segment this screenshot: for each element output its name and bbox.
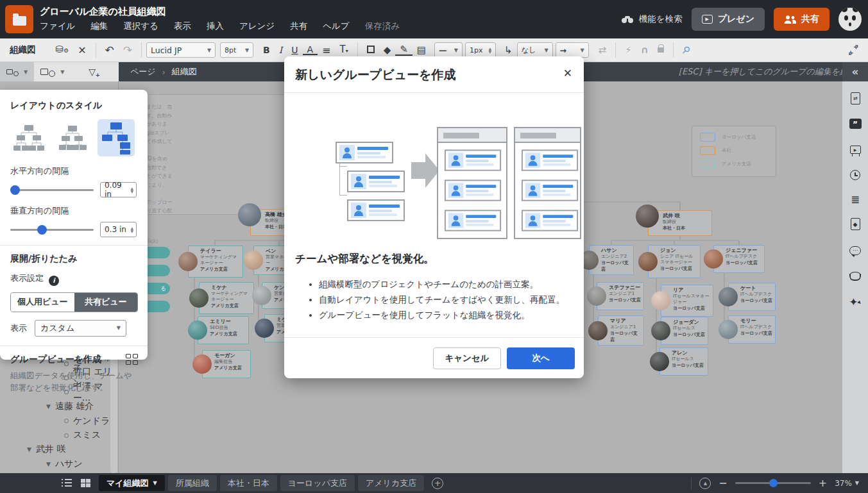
- tab-アメリカ支店[interactable]: アメリカ支店: [358, 475, 424, 491]
- present-button[interactable]: ▶ プレゼン: [692, 8, 765, 31]
- tree-item[interactable]: スミス: [64, 428, 101, 442]
- zoom-out-icon[interactable]: −: [719, 477, 727, 489]
- employee-card[interactable]: マリアエンジニア1ヨーロッパ支店: [598, 315, 644, 346]
- magnet-icon[interactable]: ∩: [636, 38, 653, 62]
- page-grid-icon[interactable]: [81, 479, 91, 487]
- tab-my-org-chart[interactable]: マイ組織図▼: [99, 475, 165, 491]
- swap-icon[interactable]: ⇄: [594, 38, 611, 62]
- filter-add-icon[interactable]: ▽+: [89, 67, 96, 77]
- h-spacing-value[interactable]: 0.09 in▲▼: [100, 182, 137, 197]
- tree-item[interactable]: ▼ハサン: [46, 457, 83, 471]
- line-style-select[interactable]: —▼: [434, 42, 463, 58]
- employee-card[interactable]: ハサンエンジニア2ヨーロッパ支店: [589, 245, 634, 275]
- v-spacing-slider[interactable]: [10, 229, 94, 231]
- employee-card[interactable]: モーガン編集担当アメリカ支店: [202, 350, 251, 378]
- employee-card[interactable]: ステファニーエンジニア1ヨーロッパ支店: [597, 282, 644, 310]
- employee-card[interactable]: アレンITセールスヨーロッパ支店: [660, 347, 708, 376]
- text-color-button[interactable]: A: [303, 45, 318, 55]
- zoom-slider[interactable]: [735, 482, 811, 484]
- employee-card[interactable]: ケートITヘルプデスクヨーロッパ支店: [728, 283, 776, 311]
- menu-編集[interactable]: 編集: [90, 21, 108, 32]
- tree-item[interactable]: ▼武井 咲: [27, 442, 65, 456]
- display-select[interactable]: カスタム▼: [35, 320, 126, 337]
- magic-wand-icon[interactable]: ✦▸: [842, 290, 868, 313]
- user-avatar[interactable]: [838, 8, 862, 31]
- close-context-icon[interactable]: ✕: [73, 38, 90, 62]
- quote-badge-icon[interactable]: ”: [842, 112, 868, 135]
- employee-card[interactable]: ジョンシニア ITセールスマネージャーヨーロッパ支店: [648, 245, 701, 278]
- employee-card[interactable]: テイラーマーケティングマネージャーアメリカ支店: [188, 246, 243, 278]
- locate-icon[interactable]: ▲: [699, 478, 711, 489]
- layout-style-tree[interactable]: [10, 119, 47, 156]
- leaf-dot-icon[interactable]: [64, 419, 69, 423]
- v-spacing-value[interactable]: 0.3 in▲▼: [100, 222, 137, 237]
- redo-icon[interactable]: ↷: [119, 38, 137, 62]
- layout-style-hybrid-selected[interactable]: [98, 119, 135, 156]
- org-shape-tool[interactable]: ▼: [0, 62, 34, 81]
- line-end-select[interactable]: なし▼: [517, 42, 553, 58]
- tab-ヨーロッパ支店[interactable]: ヨーロッパ支店: [280, 475, 355, 491]
- tree-item[interactable]: ▼遠藤 雄介: [46, 399, 94, 414]
- employee-card[interactable]: 武井 咲取締役本社・日本: [648, 210, 712, 236]
- personal-view-option[interactable]: 個人用ビュー: [11, 293, 74, 312]
- underline-button[interactable]: U: [287, 45, 302, 55]
- document-title[interactable]: グローバル企業の社員組織図: [40, 6, 166, 18]
- document-properties-icon[interactable]: ⇄: [842, 87, 868, 110]
- create-group-view-title[interactable]: グループビューを作成: [10, 354, 101, 365]
- page-list-icon[interactable]: [62, 479, 72, 487]
- cancel-button[interactable]: キャンセル: [433, 347, 501, 369]
- employee-card[interactable]: ミケナマーケティングマネージャーアメリカ支店: [199, 282, 254, 314]
- font-family-select[interactable]: Lucid JP▼: [146, 42, 216, 58]
- h-spacing-slider[interactable]: [10, 189, 94, 191]
- shape-doc-icon[interactable]: ◆: [842, 212, 868, 235]
- leaf-dot-icon[interactable]: [64, 433, 69, 438]
- modal-close-icon[interactable]: ✕: [563, 67, 572, 79]
- arrow-style-select[interactable]: →▼: [556, 42, 589, 58]
- share-button[interactable]: 共有: [774, 8, 830, 31]
- font-size-select[interactable]: 8pt▼: [220, 42, 253, 58]
- lucidchart-logo[interactable]: [5, 5, 33, 33]
- collapse-rail-button[interactable]: «: [842, 62, 868, 81]
- menu-選択する[interactable]: 選択する: [123, 21, 158, 32]
- breadcrumb[interactable]: ページ › 組織図: [130, 66, 197, 78]
- layers-icon[interactable]: ≣: [842, 188, 868, 211]
- info-icon[interactable]: i: [49, 276, 59, 286]
- employee-card[interactable]: リアITセールスマネージャーヨーロッパ支店: [661, 285, 713, 317]
- undo-icon[interactable]: ↶: [101, 38, 119, 62]
- zoom-level[interactable]: 37%▼: [835, 479, 859, 488]
- menu-共有[interactable]: 共有: [290, 21, 307, 32]
- next-button[interactable]: 次へ: [507, 347, 575, 369]
- employee-card[interactable]: モリーITヘルプデスクヨーロッパ支店: [728, 315, 776, 344]
- shape-library-tool[interactable]: ▼: [34, 62, 71, 81]
- layout-style-compact[interactable]: [54, 119, 91, 156]
- pen-icon[interactable]: ✎: [395, 45, 413, 56]
- menu-ヘルプ[interactable]: ヘルプ: [323, 21, 349, 32]
- employee-card[interactable]: エミリーSEO担当アメリカ支店: [198, 316, 249, 344]
- data-linking-icon[interactable]: [842, 265, 868, 288]
- tab-所属組織[interactable]: 所属組織: [168, 475, 217, 491]
- comments-icon[interactable]: ⋯: [842, 239, 868, 262]
- tree-item[interactable]: ケンドラ: [64, 414, 110, 428]
- expand-arrow-icon[interactable]: ▼: [46, 403, 51, 410]
- db-settings-icon[interactable]: ⛁⚙: [51, 38, 74, 63]
- menu-挿入[interactable]: 挿入: [207, 21, 224, 32]
- bold-button[interactable]: B: [259, 45, 275, 55]
- stroke-width-stepper[interactable]: 1px▲▼: [465, 42, 496, 58]
- menu-アレンジ[interactable]: アレンジ: [239, 21, 275, 32]
- fullscreen-icon[interactable]: ««: [847, 44, 859, 56]
- zoom-in-icon[interactable]: +: [819, 477, 827, 489]
- menu-ファイル[interactable]: ファイル: [40, 21, 75, 32]
- italic-button[interactable]: I: [275, 45, 287, 55]
- employee-card[interactable]: ジェニファーITヘルプデスクヨーロッパ支店: [713, 245, 765, 273]
- menu-表示[interactable]: 表示: [174, 21, 191, 32]
- shared-view-option[interactable]: 共有ビュー: [74, 293, 138, 312]
- expand-arrow-icon[interactable]: ▼: [46, 461, 51, 467]
- present-mode-icon[interactable]: ▶: [842, 138, 868, 161]
- feature-search[interactable]: 機能を検索: [621, 13, 683, 25]
- employee-card[interactable]: ジョーダンITセールスヨーロッパ支店: [661, 317, 708, 345]
- wrench-icon[interactable]: ⚲: [676, 40, 695, 60]
- expand-arrow-icon[interactable]: ▼: [27, 446, 31, 453]
- history-icon[interactable]: [842, 163, 868, 187]
- lock-icon[interactable]: [658, 47, 664, 53]
- add-page-icon[interactable]: +: [432, 478, 443, 489]
